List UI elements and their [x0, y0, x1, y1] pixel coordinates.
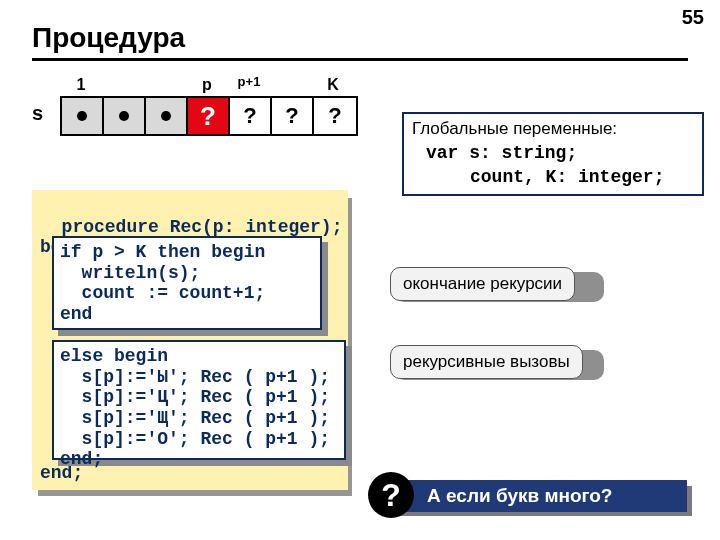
- col-label: K: [312, 76, 354, 94]
- dot-icon: [77, 111, 87, 121]
- array-s: 1 p p+1 K s ????: [32, 76, 358, 136]
- array-s-label: s: [32, 102, 43, 125]
- array-cell: [146, 98, 188, 134]
- globals-line: var s: string;: [412, 141, 694, 165]
- question-icon: ?: [368, 472, 414, 518]
- array-cell: [62, 98, 104, 134]
- dot-icon: [119, 111, 129, 121]
- globals-box: Глобальные переменные: var s: string; co…: [402, 112, 704, 196]
- col-label: [144, 76, 186, 94]
- question-text: А если букв много?: [427, 485, 612, 507]
- array-cell: ?: [272, 98, 314, 134]
- question-bar: А если букв много?: [391, 480, 687, 512]
- col-label: p+1: [228, 76, 270, 94]
- array-col-labels: 1 p p+1 K: [60, 76, 358, 94]
- col-label: [102, 76, 144, 94]
- page-number: 55: [682, 6, 704, 29]
- title-underline: [32, 58, 688, 61]
- col-label: 1: [60, 76, 102, 94]
- col-label: [270, 76, 312, 94]
- code-box-termination: if p > K then begin writeln(s); count :=…: [52, 236, 322, 330]
- callout-termination: окончание рекурсии: [390, 267, 575, 301]
- page-title: Процедура: [32, 22, 185, 54]
- array-cell: [104, 98, 146, 134]
- array-cell: ?: [188, 98, 230, 134]
- col-label: p: [186, 76, 228, 94]
- array-cell: ?: [230, 98, 272, 134]
- code-box-recursion: else begin s[p]:='Ы'; Rec ( p+1 ); s[p]:…: [52, 340, 346, 460]
- dot-icon: [161, 111, 171, 121]
- globals-line: count, K: integer;: [412, 165, 694, 189]
- callout-recursion: рекурсивные вызовы: [390, 345, 583, 379]
- array-cell: ?: [314, 98, 356, 134]
- globals-header: Глобальные переменные:: [412, 118, 694, 141]
- array-cells: ????: [60, 96, 358, 136]
